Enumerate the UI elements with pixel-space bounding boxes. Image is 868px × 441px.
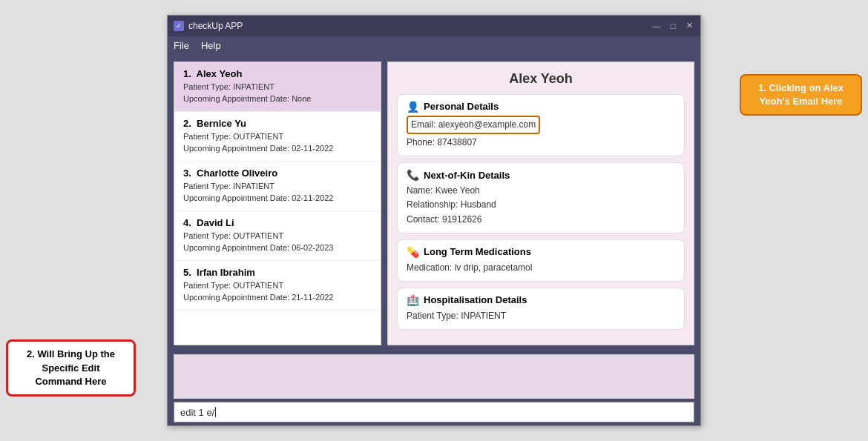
patient-name: 1. Alex Yeoh (183, 68, 372, 79)
medication-value: Medication: iv drip, paracetamol (407, 262, 532, 273)
kin-details-header: 📞 Next-of-Kin Details (407, 169, 675, 181)
hospitalisation-type: Patient Type: INPATIENT (407, 311, 506, 321)
phone-field: Phone: 87438807 (407, 137, 477, 147)
kin-contact: Contact: 91912626 (407, 213, 675, 227)
app-icon: ✓ (174, 21, 184, 31)
menu-help[interactable]: Help (201, 40, 221, 51)
minimize-button[interactable]: — (651, 21, 662, 31)
command-text[interactable]: edit 1 e/ (180, 407, 214, 418)
personal-details-content: Email: alexyeoh@example.com Phone: 87438… (407, 116, 675, 150)
personal-details-header: 👤 Personal Details (407, 101, 675, 113)
hospital-icon: 🏥 (407, 294, 419, 306)
patient-name: 4. David Li (183, 217, 372, 228)
medications-section: 💊 Long Term Medications Medication: iv d… (397, 239, 685, 282)
patient-type: Patient Type: INPATIENTUpcoming Appointm… (183, 180, 372, 205)
patient-type: Patient Type: OUTPATIENTUpcoming Appoint… (183, 279, 372, 304)
detail-title: Alex Yeoh (397, 71, 685, 87)
patient-name: 5. Irfan Ibrahim (183, 267, 372, 278)
kin-details-section: 📞 Next-of-Kin Details Name: Kwee Yeoh Re… (397, 162, 685, 233)
kin-details-content: Name: Kwee Yeoh Relationship: Husband Co… (407, 184, 675, 227)
personal-details-section: 👤 Personal Details Email: alexyeoh@examp… (397, 94, 685, 156)
patient-list: 1. Alex Yeoh Patient Type: INPATIENTUpco… (174, 62, 381, 345)
menu-file[interactable]: File (174, 40, 189, 51)
patient-list-item[interactable]: 4. David Li Patient Type: OUTPATIENTUpco… (174, 211, 381, 261)
patient-list-item[interactable]: 2. Bernice Yu Patient Type: OUTPATIENTUp… (174, 112, 381, 162)
patient-list-item[interactable]: 5. Irfan Ibrahim Patient Type: OUTPATIEN… (174, 261, 381, 311)
patient-name: 3. Charlotte Oliveiro (183, 168, 372, 179)
title-bar: ✓ checkUp APP — □ ✕ (168, 16, 700, 36)
patient-type: Patient Type: OUTPATIENTUpcoming Appoint… (183, 130, 372, 155)
personal-icon: 👤 (407, 101, 419, 113)
title-bar-controls: — □ ✕ (651, 21, 694, 31)
patient-list-item[interactable]: 3. Charlotte Oliveiro Patient Type: INPA… (174, 162, 381, 211)
title-bar-left: ✓ checkUp APP (174, 21, 243, 31)
command-bar[interactable]: edit 1 e/ (174, 402, 694, 422)
maximize-button[interactable]: □ (668, 21, 678, 31)
patient-type: Patient Type: OUTPATIENTUpcoming Appoint… (183, 230, 372, 254)
menu-bar: File Help (168, 36, 700, 56)
kin-relationship: Relationship: Husband (407, 198, 675, 212)
annotation-left: 2. Will Bring Up the Specific Edit Comma… (6, 339, 136, 397)
patient-detail: Alex Yeoh 👤 Personal Details Email: alex… (387, 62, 694, 345)
kin-name: Name: Kwee Yeoh (407, 184, 675, 198)
cursor (215, 407, 216, 417)
medications-header: 💊 Long Term Medications (407, 246, 675, 258)
patient-name: 2. Bernice Yu (183, 118, 372, 129)
output-box (174, 354, 694, 399)
annotation-right: 1. Clicking on Alex Yeoh's Email Here (740, 74, 862, 116)
patient-type: Patient Type: INPATIENTUpcoming Appointm… (183, 81, 372, 105)
medications-icon: 💊 (407, 246, 419, 258)
close-button[interactable]: ✕ (684, 21, 694, 31)
app-title: checkUp APP (188, 21, 243, 31)
patient-list-item[interactable]: 1. Alex Yeoh Patient Type: INPATIENTUpco… (174, 62, 381, 112)
medications-content: Medication: iv drip, paracetamol (407, 261, 675, 275)
bottom-area: edit 1 e/ (168, 351, 700, 425)
hospitalisation-header: 🏥 Hospitalisation Details (407, 294, 675, 306)
main-content: 1. Alex Yeoh Patient Type: INPATIENTUpco… (168, 56, 700, 351)
hospitalisation-content: Patient Type: INPATIENT (407, 309, 675, 323)
email-field[interactable]: Email: alexyeoh@example.com (407, 116, 540, 134)
hospitalisation-section: 🏥 Hospitalisation Details Patient Type: … (397, 288, 685, 330)
app-window: ✓ checkUp APP — □ ✕ File Help 1. Alex Ye… (167, 15, 701, 426)
kin-icon: 📞 (407, 169, 419, 181)
